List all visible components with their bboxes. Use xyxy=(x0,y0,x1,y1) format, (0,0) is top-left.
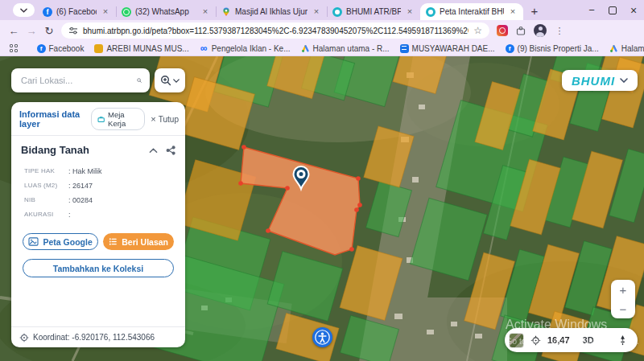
close-panel-button[interactable]: Tutup xyxy=(151,114,179,124)
bookmark-pengelola-iklan[interactable]: Pengelola Iklan - Ke... xyxy=(200,44,291,53)
tab-bhumi[interactable]: BHUMI ATR/BPN xyxy=(327,3,420,20)
zoom-level-value: 16,47 xyxy=(547,335,570,345)
tambahkan-koleksi-label: Tambahkan ke Koleksi xyxy=(53,264,143,273)
facebook-icon xyxy=(506,44,514,53)
bhumi-logo: BHUMI xyxy=(572,74,615,88)
field-label: TIPE HAK xyxy=(24,167,68,175)
bookmark-bisnis-properti[interactable]: (9) Bisnis Properti Ja... xyxy=(506,44,599,53)
tab-maps[interactable]: Masjid Al Ikhlas Ujung Pangi xyxy=(216,3,327,20)
bookmark-halaman-utama-2[interactable]: Halaman utama - R... xyxy=(609,44,644,53)
gps-crosshair-icon[interactable] xyxy=(530,335,541,346)
field-value: : Hak Milik xyxy=(68,167,102,175)
tutup-label: Tutup xyxy=(159,115,179,124)
bhumi-favicon-icon xyxy=(426,7,436,17)
chevron-down-icon xyxy=(173,79,180,83)
search-icon[interactable] xyxy=(137,75,142,86)
collapse-chevron-up-icon[interactable] xyxy=(149,147,158,154)
tab-search-button[interactable] xyxy=(13,3,35,17)
tab-peta-interaktif-active[interactable]: Peta Interaktif BHUMI ATR/B xyxy=(420,3,523,20)
tab-close-icon[interactable] xyxy=(508,7,518,17)
window-close-button[interactable] xyxy=(623,0,644,20)
tab-title: (6) Facebook xyxy=(56,7,97,16)
reload-button[interactable]: ↻ xyxy=(40,25,58,37)
peta-google-label: Peta Google xyxy=(43,237,92,247)
field-label: NIB xyxy=(24,196,68,204)
browser-menu-icon[interactable] xyxy=(554,26,565,36)
zoom-out-button[interactable]: − xyxy=(620,303,627,315)
google-ads-icon xyxy=(609,44,618,53)
tab-close-icon[interactable] xyxy=(101,7,110,17)
meta-icon xyxy=(200,44,208,53)
parcel-fields: TIPE HAK: Hak Milik LUAS (M2): 26147 NIB… xyxy=(11,156,185,219)
tambahkan-koleksi-button[interactable]: Tambahkan ke Koleksi xyxy=(23,259,174,277)
facebook-favicon-icon xyxy=(43,7,52,17)
tab-strip: (6) Facebook (32) WhatsApp Masjid Al Ikh… xyxy=(0,0,644,20)
bookmark-arebi[interactable]: AREBI MUNAS MUS... xyxy=(94,44,188,53)
tab-whatsapp[interactable]: (32) WhatsApp xyxy=(116,3,216,20)
search-input[interactable] xyxy=(19,75,137,86)
accessibility-button[interactable] xyxy=(312,327,332,347)
bookmark-label: AREBI MUNAS MUS... xyxy=(106,44,188,53)
field-label: AKURASI xyxy=(24,211,68,219)
coordinate-text: Koordinat: -6.920176, 112.543066 xyxy=(33,333,155,342)
share-icon[interactable] xyxy=(166,146,175,155)
bookmark-musyawarah[interactable]: MUSYAWARAH DAE... xyxy=(400,44,495,53)
tab-close-icon[interactable] xyxy=(405,7,415,17)
meja-kerja-label: Meja Kerja xyxy=(108,110,138,128)
bidang-tanah-section: Bidang Tanah xyxy=(11,136,185,156)
bookmark-label: Pengelola Iklan - Ke... xyxy=(212,44,291,53)
back-button[interactable]: ← xyxy=(5,25,23,37)
location-search-box[interactable] xyxy=(11,68,150,92)
layer-info-panel: Informasi data layer Meja Kerja Tutup Bi… xyxy=(11,102,185,347)
bookmark-label: MUSYAWARAH DAE... xyxy=(412,44,495,53)
apps-grid-icon[interactable] xyxy=(10,44,18,52)
peta-google-button[interactable]: Peta Google xyxy=(23,233,98,250)
field-row: TIPE HAK: Hak Milik xyxy=(24,167,185,175)
chevron-down-icon xyxy=(20,8,27,13)
field-row: LUAS (M2): 26147 xyxy=(24,182,185,190)
minimize-button[interactable] xyxy=(581,0,602,20)
google-maps-favicon-icon xyxy=(221,7,231,17)
address-bar[interactable]: bhumi.atrbpn.go.id/peta?bbox=112.5379387… xyxy=(61,23,489,39)
bookmark-halaman-utama-1[interactable]: Halaman utama - R... xyxy=(301,44,390,53)
north-arrow-icon[interactable] xyxy=(617,334,628,347)
zoom-in-button[interactable]: + xyxy=(620,284,627,296)
tab-title: Peta Interaktif BHUMI ATR/B xyxy=(440,7,504,16)
field-value: : 00284 xyxy=(68,196,93,204)
maximize-button[interactable] xyxy=(602,0,623,20)
bhumi-favicon-icon xyxy=(332,7,342,17)
tab-close-icon[interactable] xyxy=(312,7,321,17)
advanced-search-button[interactable] xyxy=(155,68,185,92)
panel-header: Informasi data layer Meja Kerja Tutup xyxy=(11,102,185,136)
bookmark-facebook[interactable]: Facebook xyxy=(37,44,85,53)
zoom-controls: + − xyxy=(611,280,635,318)
url-text[interactable]: bhumi.atrbpn.go.id/peta?bbox=112.5379387… xyxy=(83,27,469,35)
forward-button[interactable]: → xyxy=(23,25,40,37)
mode-3d-button[interactable]: 3D xyxy=(583,335,594,345)
chevron-down-icon xyxy=(620,78,628,83)
bhumi-logo-button[interactable]: BHUMI xyxy=(562,70,638,91)
briefcase-icon xyxy=(97,115,105,124)
instagram-extension-icon[interactable] xyxy=(497,25,508,36)
site-info-icon[interactable] xyxy=(68,26,78,35)
tab-close-icon[interactable] xyxy=(200,7,210,17)
target-icon xyxy=(19,333,29,343)
beri-ulasan-button[interactable]: Beri Ulasan xyxy=(103,233,174,250)
extension-puzzle-icon[interactable] xyxy=(515,25,526,36)
basemap-thumbnail[interactable] xyxy=(509,333,524,348)
new-tab-button[interactable] xyxy=(525,4,544,18)
table-icon xyxy=(400,44,409,53)
bookmark-star-icon[interactable] xyxy=(473,25,482,36)
bookmarks-bar: Facebook AREBI MUNAS MUS... Pengelola Ik… xyxy=(0,41,644,56)
tab-facebook[interactable]: (6) Facebook xyxy=(37,3,116,20)
bookmark-label: (9) Bisnis Properti Ja... xyxy=(518,44,599,53)
accessibility-icon xyxy=(314,329,331,346)
field-row: NIB: 00284 xyxy=(24,196,185,204)
field-label: LUAS (M2) xyxy=(24,182,68,190)
window-controls xyxy=(581,0,644,20)
meja-kerja-button[interactable]: Meja Kerja xyxy=(91,108,146,130)
profile-avatar[interactable] xyxy=(534,24,547,37)
panel-actions: Peta Google Beri Ulasan xyxy=(11,225,185,250)
arebi-icon xyxy=(94,44,103,53)
bookmark-label: Halaman utama - R... xyxy=(621,44,644,53)
